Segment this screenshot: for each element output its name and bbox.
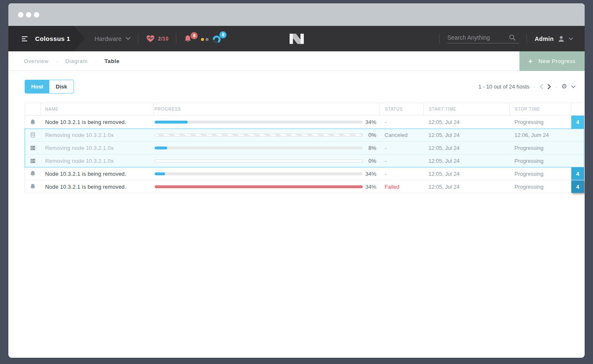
search-input[interactable]: [447, 34, 509, 41]
brand-area: Colossus 1: [8, 26, 85, 51]
progress-bar-fill: [155, 185, 363, 188]
count-badge[interactable]: [571, 129, 584, 141]
plus-icon: +: [529, 58, 533, 65]
tab-separator: ·: [56, 58, 58, 64]
task-name: Node 10.3.2.1 is being removed.: [41, 180, 154, 193]
start-time-value: 12:05, Jul 24: [423, 154, 509, 167]
window-titlebar: [8, 3, 585, 26]
window-control-dot[interactable]: [26, 12, 31, 18]
progress-percent: 0%: [369, 132, 380, 138]
alerts-count-badge: 8: [191, 32, 198, 39]
health-status[interactable]: 2/10: [146, 35, 168, 43]
tab-diagram[interactable]: Diagram: [65, 58, 87, 64]
task-name: Node 10.3.2.1 is being removed.: [41, 116, 154, 129]
server-icon: [25, 154, 41, 167]
toggle-disk-button[interactable]: Disk: [49, 80, 74, 93]
tasks-count-badge: 8: [219, 31, 227, 38]
tab-overview[interactable]: Overview: [24, 58, 48, 64]
progress-bar-fill: [155, 172, 165, 175]
tab-separator: ·: [95, 58, 97, 64]
header-divider: [527, 33, 527, 44]
progress-bar: [155, 185, 363, 188]
table-row[interactable]: Node 10.3.2.1 is being removed. 34% Fail…: [25, 180, 584, 193]
task-name: Removing node 10.3.2.1.0x: [41, 129, 154, 141]
search-icon[interactable]: [509, 34, 516, 41]
cluster-name[interactable]: Colossus 1: [35, 35, 70, 42]
progress-column-header[interactable]: PROGRESS: [153, 103, 379, 115]
name-column-header[interactable]: NAME: [41, 103, 153, 115]
table-header-row: NAME PROGRESS STATUS START TIME STOP TIM…: [25, 103, 584, 116]
alerts-menu[interactable]: 8: [184, 35, 198, 43]
status-value: -: [379, 142, 423, 154]
stop-time-value: Progressing: [509, 116, 571, 129]
n-logo-icon: [290, 33, 304, 44]
tasks-menu[interactable]: 8: [213, 34, 227, 43]
progress-percent: 8%: [369, 145, 380, 151]
status-value: -: [379, 154, 423, 167]
app-window: Colossus 1 Hardware 2/10 8: [8, 3, 585, 358]
prev-page-icon[interactable]: [540, 84, 543, 89]
header-divider: [439, 33, 440, 44]
count-badge[interactable]: 4: [571, 180, 584, 193]
hamburger-menu-icon[interactable]: [22, 36, 28, 41]
status-column-header[interactable]: STATUS: [379, 103, 423, 115]
user-icon: [557, 35, 565, 43]
count-badge[interactable]: [571, 154, 584, 167]
app-logo[interactable]: [290, 33, 304, 44]
user-menu[interactable]: Admin: [534, 35, 573, 43]
header-divider: [138, 33, 138, 44]
status-dots: [201, 38, 209, 41]
bell-icon: [25, 167, 41, 180]
server-icon: [25, 142, 41, 154]
new-progress-label: New Progress: [539, 58, 576, 64]
progress-bar: [155, 121, 363, 124]
tab-table[interactable]: Table: [104, 58, 120, 64]
start-time-value: 12:05, Jul 24: [423, 142, 509, 154]
start-time-value: 12:05, Jul 24: [423, 116, 509, 129]
nav-hardware-dropdown[interactable]: Hardware: [94, 35, 130, 42]
start-time-column-header[interactable]: START TIME: [423, 103, 509, 115]
stop-time-value: Progressing: [509, 167, 571, 180]
next-page-icon[interactable]: [547, 84, 551, 89]
database-icon: [25, 129, 41, 141]
pagination-separator: ·: [534, 83, 535, 90]
stop-time-column-header[interactable]: STOP TIME: [509, 103, 571, 115]
global-search: [447, 34, 519, 43]
progress-cell: 0%: [154, 154, 380, 167]
table-row[interactable]: Node 10.3.2.1 is being removed. 34% - 12…: [25, 116, 584, 129]
start-time-value: 12:05, Jul 24: [423, 129, 509, 141]
chevron-down-icon: [569, 38, 573, 40]
start-time-value: 12:05, Jul 24: [423, 167, 509, 180]
table-row[interactable]: Removing node 10.3.2.1.0x 0% Canceled 12…: [25, 129, 584, 142]
progress-bar: [155, 159, 363, 162]
progress-cell: 8%: [154, 142, 380, 154]
count-badge[interactable]: 4: [571, 116, 584, 129]
bell-icon: [25, 180, 41, 193]
status-value: Failed: [379, 180, 423, 193]
progress-table: NAME PROGRESS STATUS START TIME STOP TIM…: [25, 103, 584, 193]
progress-bar: [155, 134, 363, 136]
header-right: Admin: [432, 33, 585, 44]
count-badge[interactable]: [571, 142, 584, 154]
window-control-dot[interactable]: [18, 12, 23, 18]
table-settings-gear-icon[interactable]: ⚙: [562, 83, 567, 90]
table-row[interactable]: Removing node 10.3.2.1.0x 8% - 12:05, Ju…: [25, 142, 584, 154]
neutral-dot-icon: [206, 38, 209, 41]
stop-time-value: Progressing: [509, 180, 571, 193]
table-row[interactable]: Node 10.3.2.1 is being removed. 34% - 12…: [25, 167, 584, 180]
app-header: Colossus 1 Hardware 2/10 8: [8, 26, 585, 51]
progress-cell: 34%: [154, 116, 380, 129]
view-tabbar: Overview · Diagram · Table + New Progres…: [8, 51, 585, 71]
chevron-down-icon[interactable]: [571, 86, 575, 88]
status-value: Canceled: [379, 129, 423, 141]
new-progress-button[interactable]: + New Progress: [519, 51, 585, 71]
progress-percent: 0%: [369, 158, 380, 164]
status-value: -: [379, 116, 423, 129]
window-control-dot[interactable]: [34, 12, 39, 18]
toggle-host-button[interactable]: Host: [25, 80, 49, 93]
warning-dot-icon: [201, 38, 204, 41]
count-badge[interactable]: 4: [571, 167, 584, 180]
start-time-value: 12:05, Jul 24: [423, 180, 509, 193]
icon-column-header: [25, 103, 41, 115]
table-row[interactable]: Removing node 10.3.2.1.0x 0% - 12:05, Ju…: [25, 154, 584, 167]
